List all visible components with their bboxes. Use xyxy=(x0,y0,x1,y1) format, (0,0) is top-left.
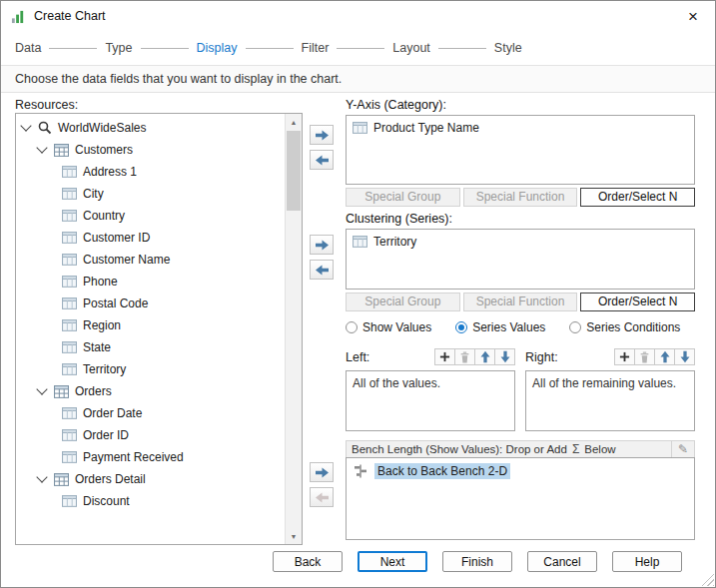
step-filter[interactable]: Filter xyxy=(302,41,330,55)
field-icon xyxy=(353,122,367,134)
chevron-down-icon[interactable] xyxy=(36,142,47,153)
move-up-button[interactable] xyxy=(654,348,675,365)
right-values-text: All of the remaining values. xyxy=(532,376,676,390)
tree-item[interactable]: Address 1 xyxy=(16,161,285,183)
bench-length-title: Bench Length (Show Values): Drop or Add … xyxy=(347,442,616,456)
add-right-arrow-button[interactable] xyxy=(310,462,334,482)
tree-item-label: Region xyxy=(83,318,121,332)
scrollbar-down-icon[interactable]: ▼ xyxy=(286,528,302,544)
move-down-button[interactable] xyxy=(494,348,515,365)
tree-item[interactable]: Country xyxy=(16,205,285,227)
right-values-box[interactable]: All of the remaining values. xyxy=(525,370,695,431)
tree-item-label: Discount xyxy=(83,494,130,508)
add-button[interactable] xyxy=(614,348,635,365)
arrow-right-icon xyxy=(315,129,330,142)
tree-item[interactable]: Phone xyxy=(16,271,285,293)
tree-item[interactable]: WorldWideSales xyxy=(16,117,285,139)
footer-buttons: Back Next Finish Cancel Help xyxy=(1,551,715,575)
field-icon xyxy=(62,495,77,507)
tree-item[interactable]: Discount xyxy=(16,490,285,512)
tree-item[interactable]: Order Date xyxy=(16,402,285,424)
arrow-left-icon xyxy=(315,491,330,504)
tree-item[interactable]: Territory xyxy=(16,358,285,380)
tree-item[interactable]: Customer ID xyxy=(16,227,285,249)
tree-item[interactable]: State xyxy=(16,336,285,358)
tree-scrollbar[interactable]: ▲ ▼ xyxy=(285,114,302,544)
move-up-button[interactable] xyxy=(474,348,495,365)
bench-dropbox[interactable]: Back to Back Bench 2-D xyxy=(346,457,695,540)
remove-left-arrow-button[interactable] xyxy=(310,150,334,170)
radio-selected-icon xyxy=(455,321,467,333)
bench-title-suffix: Below xyxy=(584,443,615,455)
radio-show-values[interactable]: Show Values xyxy=(346,320,431,334)
special-group-button: Special Group xyxy=(346,188,460,207)
arrow-down-icon xyxy=(679,350,691,363)
close-icon[interactable]: × xyxy=(681,8,705,25)
plus-icon xyxy=(619,351,630,362)
add-button[interactable] xyxy=(434,348,455,365)
create-chart-dialog: Create Chart × Data Type Display Filter … xyxy=(0,0,716,588)
order-select-n-button[interactable]: Order/Select N xyxy=(580,188,695,207)
step-layout[interactable]: Layout xyxy=(392,41,430,55)
clustering-transfer-arrows xyxy=(310,235,334,280)
help-button[interactable]: Help xyxy=(612,551,682,572)
tree-item[interactable]: Customers xyxy=(16,139,285,161)
bench-title-prefix: Bench Length (Show Values): Drop or Add xyxy=(352,443,567,455)
resources-tree-items: WorldWideSales Customers Address 1 City … xyxy=(16,114,285,544)
add-right-arrow-button[interactable] xyxy=(310,125,334,145)
edit-button[interactable]: ✎ xyxy=(671,441,694,457)
list-item-selected[interactable]: Back to Back Bench 2-D xyxy=(353,463,688,479)
clustering-dropbox[interactable]: Territory xyxy=(346,229,695,290)
tree-item[interactable]: Orders xyxy=(16,380,285,402)
field-icon xyxy=(62,276,77,288)
tree-item[interactable]: Orders Detail xyxy=(16,468,285,490)
left-values-box[interactable]: All of the values. xyxy=(346,370,515,431)
tree-item-label: Phone xyxy=(83,275,118,289)
chevron-down-icon[interactable] xyxy=(36,471,47,482)
list-item[interactable]: Product Type Name xyxy=(353,121,688,135)
tree-item[interactable]: Order ID xyxy=(16,424,285,446)
chevron-down-icon[interactable] xyxy=(36,383,47,394)
cancel-button[interactable]: Cancel xyxy=(527,551,597,572)
bench-item-label: Back to Back Bench 2-D xyxy=(374,463,510,479)
radio-series-values[interactable]: Series Values xyxy=(455,320,545,334)
chevron-down-icon[interactable] xyxy=(20,120,31,131)
move-down-button[interactable] xyxy=(674,348,695,365)
table-icon xyxy=(54,473,69,486)
step-display[interactable]: Display xyxy=(197,41,238,55)
list-item[interactable]: Territory xyxy=(353,235,688,249)
radio-label: Series Values xyxy=(472,320,545,334)
arrow-left-icon xyxy=(315,154,330,167)
clustering-item-label: Territory xyxy=(373,235,416,249)
finish-button[interactable]: Finish xyxy=(442,551,512,572)
bench-chart-icon xyxy=(353,464,368,478)
next-button[interactable]: Next xyxy=(358,551,427,572)
radio-series-conditions[interactable]: Series Conditions xyxy=(569,320,680,334)
tree-item-label: Customers xyxy=(75,143,133,157)
scrollbar-thumb[interactable] xyxy=(287,131,301,211)
bench-length-header: Bench Length (Show Values): Drop or Add … xyxy=(346,440,695,458)
title-bar: Create Chart × xyxy=(1,1,715,31)
back-button[interactable]: Back xyxy=(273,551,343,572)
special-function-button: Special Function xyxy=(463,293,578,311)
field-icon xyxy=(62,319,77,331)
scrollbar-up-icon[interactable]: ▲ xyxy=(286,114,302,130)
remove-left-arrow-button[interactable] xyxy=(310,260,334,280)
tree-item[interactable]: Payment Received xyxy=(16,446,285,468)
field-icon xyxy=(62,341,77,353)
resources-tree: WorldWideSales Customers Address 1 City … xyxy=(15,113,303,545)
step-data[interactable]: Data xyxy=(15,41,41,55)
order-select-n-button[interactable]: Order/Select N xyxy=(580,293,695,311)
tree-item[interactable]: Customer Name xyxy=(16,249,285,271)
tree-item[interactable]: Region xyxy=(16,314,285,336)
wizard-steps: Data Type Display Filter Layout Style xyxy=(1,31,715,65)
add-right-arrow-button[interactable] xyxy=(310,235,334,255)
step-type[interactable]: Type xyxy=(105,41,132,55)
tree-item[interactable]: Postal Code xyxy=(16,293,285,314)
tree-item[interactable]: City xyxy=(16,183,285,205)
tree-item-label: Territory xyxy=(83,362,126,376)
yaxis-label: Y-Axis (Category): xyxy=(346,98,446,112)
table-icon xyxy=(54,144,69,157)
step-style[interactable]: Style xyxy=(494,41,522,55)
yaxis-dropbox[interactable]: Product Type Name xyxy=(346,115,695,185)
